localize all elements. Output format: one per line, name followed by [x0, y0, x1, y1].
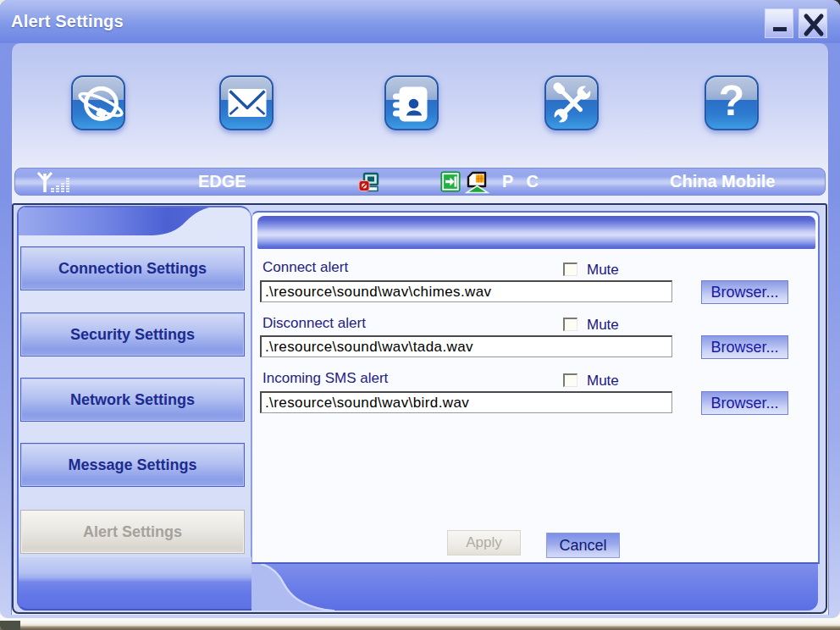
svg-text:?: ?	[719, 77, 745, 124]
